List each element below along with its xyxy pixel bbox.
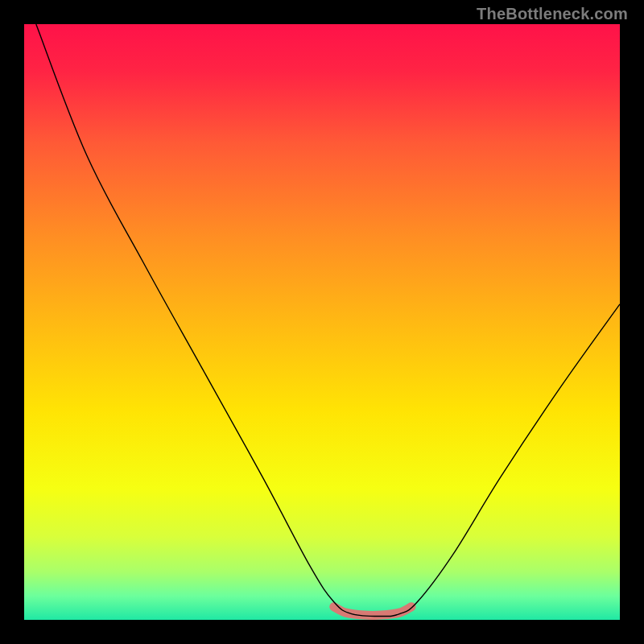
bottleneck-curve-line [36,24,620,617]
watermark-text: TheBottleneck.com [477,5,628,23]
plot-area [24,24,620,620]
curve-layer [24,24,620,620]
chart-frame: TheBottleneck.com [0,0,644,644]
